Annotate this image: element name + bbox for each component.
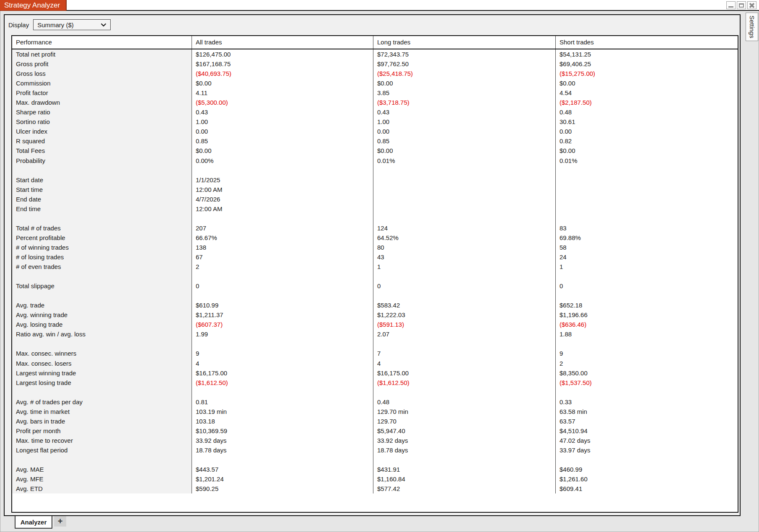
table-row: Avg. time in market103.19 min129.70 min6… [12, 407, 738, 416]
row-value: 207 [192, 223, 373, 233]
row-value: 0.33 [556, 397, 738, 407]
row-label: End time [12, 204, 192, 214]
row-value: 129.70 [373, 416, 556, 426]
row-label [12, 214, 192, 223]
row-value: 58 [556, 243, 738, 252]
table-row: Total net profit$126,475.00$72,343.75$54… [12, 49, 738, 59]
row-value [192, 214, 373, 223]
close-button[interactable] [747, 1, 756, 9]
row-value: 0.85 [373, 136, 556, 146]
row-value: ($25,418.75) [373, 69, 556, 78]
row-label: Sortino ratio [12, 117, 192, 127]
row-label [12, 291, 192, 300]
row-label: Avg. time in market [12, 407, 192, 416]
display-dropdown[interactable]: Summary ($) [33, 19, 111, 30]
row-value: $0.00 [556, 146, 738, 155]
minimize-button[interactable] [726, 1, 736, 9]
row-value: $1,160.84 [373, 474, 556, 484]
row-value [373, 271, 556, 281]
row-value: ($40,693.75) [192, 69, 373, 78]
row-value: 1 [373, 262, 556, 271]
row-value: 0.82 [556, 136, 738, 146]
settings-side-tab[interactable]: Settings [746, 13, 758, 41]
row-value: 12:00 AM [192, 185, 373, 194]
row-label: Total net profit [12, 49, 192, 59]
row-value [373, 165, 556, 175]
row-label: # of winning trades [12, 243, 192, 252]
row-label: Avg. winning trade [12, 310, 192, 320]
row-value: 0.00 [192, 127, 373, 136]
row-value [192, 291, 373, 300]
row-value: $443.57 [192, 465, 373, 474]
row-value: 4.54 [556, 88, 738, 98]
row-value: $431.91 [373, 465, 556, 474]
tab-analyzer[interactable]: Analyzer [15, 516, 52, 529]
row-value: $583.42 [373, 300, 556, 310]
column-header-long-trades: Long trades [373, 36, 556, 49]
row-value: $5,947.40 [373, 426, 556, 436]
row-value [373, 185, 556, 194]
column-header-short-trades: Short trades [556, 36, 738, 49]
row-value: $167,168.75 [192, 59, 373, 69]
row-value: 63.57 [556, 416, 738, 426]
table-row [12, 291, 738, 300]
row-value: $16,175.00 [192, 368, 373, 378]
add-tab-button[interactable]: + [54, 516, 66, 527]
row-value [556, 165, 738, 175]
row-value [373, 204, 556, 214]
table-row: Max. consec. winners979 [12, 349, 738, 358]
row-value: 69.88% [556, 233, 738, 243]
table-row: Gross loss($40,693.75)($25,418.75)($15,2… [12, 69, 738, 78]
row-value: 83 [556, 223, 738, 233]
table-row: Avg. # of trades per day0.810.480.33 [12, 397, 738, 407]
row-value: 1 [556, 262, 738, 271]
row-label [12, 271, 192, 281]
row-value: 0.00% [192, 156, 373, 165]
table-body: Total net profit$126,475.00$72,343.75$54… [12, 49, 738, 493]
row-value: $0.00 [556, 78, 738, 88]
row-label: Longest flat period [12, 445, 192, 455]
row-label: Max. consec. losers [12, 359, 192, 368]
table-row: Avg. MAE$443.57$431.91$460.99 [12, 465, 738, 474]
row-value: 80 [373, 243, 556, 252]
table-row: # of losing trades674324 [12, 252, 738, 262]
row-value: 1/1/2025 [192, 175, 373, 185]
table-row: Commission$0.00$0.00$0.00 [12, 78, 738, 88]
table-row [12, 339, 738, 349]
display-toolbar: Display Summary ($) [8, 19, 111, 30]
row-value: 63.58 min [556, 407, 738, 416]
row-label: R squared [12, 136, 192, 146]
row-value: 2 [192, 262, 373, 271]
row-value: ($2,187.50) [556, 98, 738, 107]
table-row: End date4/7/2026 [12, 194, 738, 204]
row-value: 43 [373, 252, 556, 262]
row-value [192, 271, 373, 281]
table-row: Avg. MFE$1,201.24$1,160.84$1,261.60 [12, 474, 738, 484]
row-value [373, 175, 556, 185]
row-label: Profit factor [12, 88, 192, 98]
row-value [192, 455, 373, 465]
row-value: 12:00 AM [192, 204, 373, 214]
table-row: # of winning trades1388058 [12, 243, 738, 252]
row-value [556, 387, 738, 397]
main-panel: Display Summary ($) Performance All trad… [4, 14, 741, 516]
settings-side-tab-label: Settings [749, 15, 756, 38]
table-row: Avg. losing trade($607.37)($591.13)($636… [12, 320, 738, 329]
row-value [373, 194, 556, 204]
table-row [12, 387, 738, 397]
row-label: Avg. # of trades per day [12, 397, 192, 407]
row-value: ($3,718.75) [373, 98, 556, 107]
row-label: Sharpe ratio [12, 107, 192, 117]
row-value [373, 387, 556, 397]
row-value [556, 204, 738, 214]
window-controls [726, 1, 756, 9]
row-value [556, 194, 738, 204]
row-value: 66.67% [192, 233, 373, 243]
row-value [192, 165, 373, 175]
row-value: 129.70 min [373, 407, 556, 416]
row-value: 4 [373, 359, 556, 368]
row-value: $1,261.60 [556, 474, 738, 484]
row-value: 0.85 [192, 136, 373, 146]
maximize-button[interactable] [737, 1, 746, 9]
row-value: 0.01% [556, 156, 738, 165]
